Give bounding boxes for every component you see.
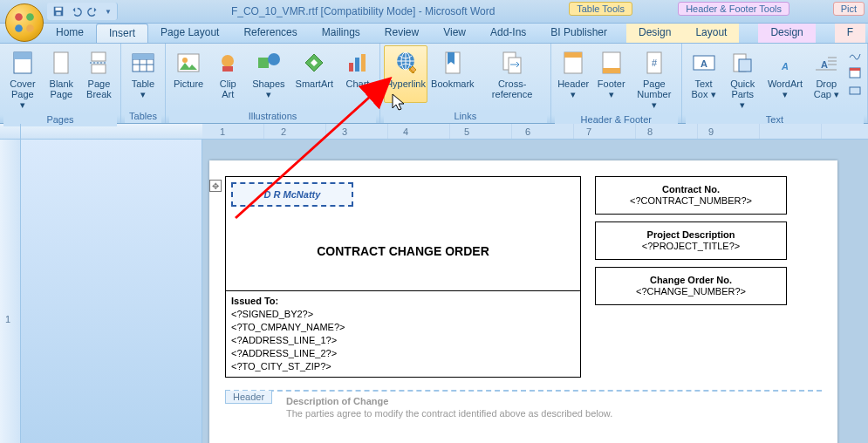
crossref-button[interactable]: Cross-reference — [478, 45, 547, 103]
textbox-button[interactable]: AText Box ▾ — [686, 45, 721, 113]
svg-text:A: A — [821, 59, 828, 70]
signature-icon — [848, 47, 862, 61]
navigation-panel — [21, 140, 202, 443]
hyperlink-icon — [392, 49, 420, 77]
logo-text: D R McNatty — [264, 189, 321, 200]
quickparts-icon — [728, 49, 756, 77]
change-order-box: Change Order No. <?CHANGE_NUMBER?> — [595, 267, 787, 305]
issued-line: <?SIGNED_BY2?> — [231, 308, 575, 321]
svg-rect-36 — [603, 68, 620, 73]
tab-review[interactable]: Review — [372, 24, 431, 43]
wordart-button[interactable]: AWordArt ▾ — [763, 45, 806, 113]
tab-page-layout[interactable]: Page Layout — [148, 24, 231, 43]
cover-page-icon — [9, 49, 37, 77]
svg-text:A: A — [781, 61, 789, 72]
clipart-button[interactable]: Clip Art — [209, 45, 246, 103]
horizontal-ruler-row: 1 2 3 4 5 6 7 8 9 — [0, 124, 868, 140]
svg-point-24 — [268, 53, 280, 65]
redo-icon[interactable] — [87, 5, 99, 17]
group-pages: Cover Page ▾ Blank Page Page Break Pages — [0, 44, 121, 123]
svg-point-20 — [182, 58, 188, 63]
footer-button[interactable]: Footer ▾ — [594, 45, 629, 113]
object-button[interactable] — [846, 82, 864, 99]
desc-body: The parties agree to modify the contract… — [286, 408, 612, 419]
group-illustrations: Picture Clip Art Shapes ▾ SmartArt Chart… — [166, 44, 380, 123]
ruler-corner — [0, 124, 21, 139]
wordart-icon: A — [771, 49, 799, 77]
signature-line-button[interactable] — [846, 45, 864, 63]
ribbon: Cover Page ▾ Blank Page Page Break Pages… — [0, 44, 868, 124]
svg-rect-18 — [133, 54, 154, 59]
smartart-icon — [300, 49, 328, 77]
header-section-tab[interactable]: Header — [225, 391, 272, 404]
dropcap-icon: A — [812, 49, 840, 77]
tab-addins[interactable]: Add-Ins — [478, 24, 538, 43]
chart-icon — [344, 49, 372, 77]
doc-right-column: Contract No. <?CONTRACT_NUMBER?> Project… — [595, 176, 787, 378]
svg-point-1 — [26, 13, 34, 21]
tab-references[interactable]: References — [231, 24, 309, 43]
tab-design-table[interactable]: Design — [626, 24, 683, 43]
vertical-ruler[interactable]: 1 — [0, 140, 21, 443]
context-tab-table: Table Tools — [569, 2, 632, 16]
group-label-tables: Tables — [125, 110, 161, 123]
smartart-button[interactable]: SmartArt — [291, 45, 338, 103]
svg-point-21 — [222, 55, 234, 67]
tab-layout-table[interactable]: Layout — [683, 24, 739, 43]
bookmark-button[interactable]: Bookmark — [429, 45, 475, 103]
header-button[interactable]: Header ▾ — [555, 45, 592, 113]
crossref-icon — [498, 49, 526, 77]
cover-page-button[interactable]: Cover Page ▾ — [3, 45, 42, 113]
page-break-button[interactable]: Page Break — [81, 45, 117, 113]
issued-to-label: Issued To: — [231, 295, 575, 308]
footer-icon — [598, 49, 625, 77]
chart-button[interactable]: Chart — [339, 45, 376, 103]
office-button[interactable] — [5, 3, 44, 42]
tab-view[interactable]: View — [431, 24, 478, 43]
table-button[interactable]: Table ▾ — [125, 45, 161, 103]
bookmark-icon — [439, 49, 467, 77]
svg-rect-26 — [355, 58, 359, 72]
dropcap-button[interactable]: ADrop Cap ▾ — [809, 45, 844, 113]
shapes-button[interactable]: Shapes ▾ — [248, 45, 289, 103]
page-area[interactable]: ✥ D R McNatty CONTRACT CHANGE ORDER Issu… — [202, 140, 868, 443]
svg-rect-51 — [850, 87, 860, 94]
textbox-icon: A — [690, 49, 718, 77]
tab-design-hf[interactable]: Design — [758, 24, 815, 43]
group-header-footer: Header ▾ Footer ▾ #Page Number ▾ Header … — [551, 44, 682, 123]
svg-text:A: A — [701, 58, 707, 69]
blank-page-button[interactable]: Blank Page — [44, 45, 79, 113]
undo-icon[interactable] — [70, 5, 82, 17]
qat-dropdown-icon[interactable]: ▼ — [105, 8, 112, 16]
table-icon — [129, 49, 157, 77]
desc-heading: Description of Change — [286, 396, 388, 406]
quickparts-button[interactable]: Quick Parts ▾ — [723, 45, 762, 113]
page-number-button[interactable]: #Page Number ▾ — [631, 45, 678, 113]
issued-line: <?TO_CITY_ST_ZIP?> — [231, 360, 575, 373]
tab-insert[interactable]: Insert — [96, 24, 148, 43]
issued-line: <?TO_CMPANY_NAME?> — [231, 321, 575, 334]
tab-mailings[interactable]: Mailings — [310, 24, 372, 43]
document-page[interactable]: ✥ D R McNatty CONTRACT CHANGE ORDER Issu… — [209, 160, 837, 443]
picture-button[interactable]: Picture — [169, 45, 208, 103]
hyperlink-button[interactable]: Hyperlink — [384, 45, 427, 103]
svg-rect-8 — [14, 52, 31, 59]
header-boundary: Header — [225, 390, 822, 392]
issued-line: <?ADDRESS_LINE_2?> — [231, 347, 575, 360]
context-tab-header-footer: Header & Footer Tools — [678, 2, 789, 16]
issued-to-block: Issued To: <?SIGNED_BY2?> <?TO_CMPANY_NA… — [226, 290, 580, 377]
table-move-handle[interactable]: ✥ — [209, 180, 222, 192]
group-text: AText Box ▾ Quick Parts ▾ AWordArt ▾ ADr… — [682, 44, 868, 123]
date-time-button[interactable] — [846, 64, 864, 81]
horizontal-ruler[interactable]: 1 2 3 4 5 6 7 8 9 — [202, 124, 868, 139]
context-tab-picture: Pict — [833, 2, 865, 16]
tab-home[interactable]: Home — [44, 24, 96, 43]
quick-access-toolbar: ▼ — [47, 3, 118, 20]
tab-bi-publisher[interactable]: BI Publisher — [538, 24, 619, 43]
svg-rect-23 — [258, 58, 269, 68]
tab-format-picture[interactable]: F — [835, 24, 865, 43]
company-logo[interactable]: D R McNatty — [231, 182, 353, 207]
blank-page-icon — [47, 49, 75, 77]
object-icon — [848, 84, 862, 98]
save-icon[interactable] — [52, 5, 65, 17]
